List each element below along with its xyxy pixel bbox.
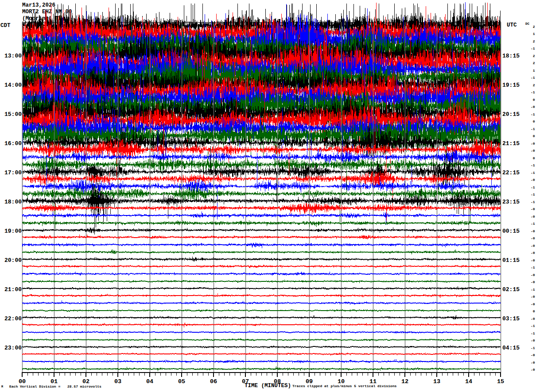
svg-text:M: M <box>1 385 3 388</box>
svg-text:2: 2 <box>533 61 535 65</box>
svg-text:-1: -1 <box>531 192 535 196</box>
svg-text:-0: -0 <box>531 142 535 146</box>
svg-text:-0: -0 <box>531 251 535 255</box>
svg-text:-1: -1 <box>531 200 535 204</box>
svg-text:Each Vertical Division =: Each Vertical Division = <box>9 384 60 388</box>
svg-text:02: 02 <box>82 378 89 385</box>
svg-text:0: 0 <box>533 156 535 160</box>
svg-text:-1: -1 <box>531 163 535 167</box>
svg-text:22:15: 22:15 <box>502 169 520 176</box>
svg-text:DC: DC <box>525 22 530 26</box>
svg-text:28.57 microvolts: 28.57 microvolts <box>67 384 101 388</box>
svg-text:0: 0 <box>533 134 535 138</box>
svg-text:15: 15 <box>497 378 504 385</box>
svg-text:-0: -0 <box>531 149 535 153</box>
svg-text:-1: -1 <box>531 112 535 116</box>
svg-text:0: 0 <box>533 309 535 313</box>
svg-text:-0: -0 <box>531 295 535 299</box>
svg-text:01: 01 <box>50 378 58 385</box>
svg-text:-0: -0 <box>531 353 535 357</box>
svg-text:-1: -1 <box>531 288 535 292</box>
svg-text:-0: -0 <box>531 105 535 109</box>
svg-text:-0: -0 <box>531 236 535 240</box>
svg-text:-1: -1 <box>531 76 535 80</box>
svg-text:03:15: 03:15 <box>502 315 520 322</box>
svg-text:-0: -0 <box>531 258 535 262</box>
svg-text:-0: -0 <box>531 361 535 365</box>
svg-text:2: 2 <box>533 83 535 87</box>
svg-text:-0: -0 <box>531 244 535 248</box>
svg-text:19:15: 19:15 <box>502 82 520 88</box>
svg-text:12: 12 <box>401 378 408 385</box>
svg-text:03: 03 <box>114 378 121 385</box>
svg-text:23:15: 23:15 <box>502 199 520 205</box>
svg-text:Traces clipped at plus/minus 5: Traces clipped at plus/minus 5 vertical … <box>292 384 396 388</box>
svg-text:-1: -1 <box>531 346 535 350</box>
svg-text:20:00: 20:00 <box>4 257 22 264</box>
svg-text:13: 13 <box>433 378 440 385</box>
svg-text:MORT2 EHZ NM 00: MORT2 EHZ NM 00 <box>22 9 72 15</box>
svg-text:22:00: 22:00 <box>4 315 22 322</box>
svg-text:0: 0 <box>533 98 535 102</box>
svg-text:-1: -1 <box>531 222 535 226</box>
svg-text:17:00: 17:00 <box>4 169 22 176</box>
svg-text:-0: -0 <box>531 178 535 182</box>
svg-text:15:00: 15:00 <box>4 111 22 118</box>
svg-text:-0: -0 <box>531 368 535 372</box>
svg-text:23:00: 23:00 <box>4 345 22 351</box>
svg-text:Mar13,2026: Mar13,2026 <box>22 2 55 8</box>
svg-text:00: 00 <box>19 378 26 385</box>
svg-text:2: 2 <box>533 25 535 29</box>
svg-text:-1: -1 <box>531 46 535 50</box>
svg-text:16:00: 16:00 <box>4 140 22 147</box>
svg-text:01:15: 01:15 <box>502 257 520 264</box>
svg-text:21:15: 21:15 <box>502 140 520 147</box>
svg-text:-0: -0 <box>531 317 535 321</box>
svg-text:1: 1 <box>533 69 535 73</box>
svg-text:-1: -1 <box>531 265 535 269</box>
svg-text:-1: -1 <box>531 331 535 335</box>
svg-text:2: 2 <box>533 54 535 58</box>
svg-text:02:15: 02:15 <box>502 286 520 293</box>
svg-text:2: 2 <box>533 39 535 43</box>
svg-text:-0: -0 <box>531 215 535 219</box>
svg-text:-1: -1 <box>531 324 535 328</box>
svg-text:21:00: 21:00 <box>4 286 22 293</box>
svg-text:13:00: 13:00 <box>4 53 22 59</box>
svg-text:-0: -0 <box>531 338 535 342</box>
svg-text:-0: -0 <box>531 273 535 277</box>
svg-text:-1: -1 <box>531 171 535 175</box>
svg-text:-1: -1 <box>531 90 535 94</box>
svg-text:UTC: UTC <box>507 22 517 28</box>
svg-text:00:15: 00:15 <box>502 228 520 234</box>
svg-text:0: 0 <box>533 119 535 123</box>
svg-text:CDT: CDT <box>0 23 11 29</box>
svg-text:-0: -0 <box>531 229 535 233</box>
svg-text:18:00: 18:00 <box>4 199 22 205</box>
svg-text:19:00: 19:00 <box>4 228 22 234</box>
svg-text:20:15: 20:15 <box>502 111 520 118</box>
svg-text:-0: -0 <box>531 207 535 211</box>
svg-text:14: 14 <box>465 378 472 385</box>
svg-text:18:15: 18:15 <box>502 53 520 59</box>
svg-text:-1: -1 <box>531 185 535 189</box>
svg-text:1: 1 <box>533 32 535 36</box>
svg-text:14:00: 14:00 <box>4 82 22 88</box>
svg-text:06: 06 <box>210 378 217 385</box>
svg-text:05: 05 <box>178 378 185 385</box>
svg-text:04:15: 04:15 <box>502 345 520 351</box>
svg-text:TIME (MINUTES): TIME (MINUTES) <box>245 383 291 389</box>
svg-text:-1: -1 <box>531 127 535 131</box>
svg-text:-0: -0 <box>531 280 535 284</box>
svg-text:04: 04 <box>146 378 153 385</box>
svg-text:-0: -0 <box>531 302 535 306</box>
